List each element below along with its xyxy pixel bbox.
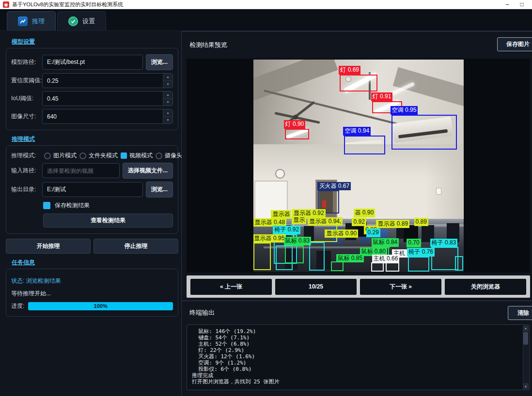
wait-text: 等待推理开始... [11, 289, 173, 298]
select-video-button[interactable]: 选择视频文件... [123, 163, 173, 179]
detection-label: 0.29 [366, 228, 380, 237]
start-inference-button[interactable]: 开始推理 [6, 239, 91, 254]
save-results-checkbox[interactable] [43, 202, 50, 209]
scrollbar-thumb[interactable] [523, 332, 528, 345]
input-path-input[interactable] [42, 163, 120, 178]
terminal-line: 推理完成 [192, 372, 520, 379]
check-icon [68, 16, 78, 26]
detection [386, 262, 399, 272]
inference-mode-group: 推理模式: 图片模式 文件夹模式 [6, 145, 178, 234]
model-browse-button[interactable]: 浏览... [146, 54, 173, 70]
detection-box [253, 243, 271, 270]
detection [331, 261, 344, 271]
radio-icon[interactable] [79, 152, 86, 159]
detection-box [276, 245, 293, 271]
detection-box [455, 256, 463, 271]
scroll-up-icon[interactable]: ▲ [523, 325, 529, 331]
detection-label: 灯 0.69 [339, 66, 360, 75]
stop-inference-button[interactable]: 停止推理 [94, 239, 178, 254]
window-title: 基于YOLOv8的实验室监控的实时目标检测系统 [12, 1, 500, 8]
detection: 灯 0.69 [340, 75, 377, 91]
spin-up-icon[interactable]: ▲ [163, 109, 172, 117]
iou-threshold-spinner[interactable]: 0.45 ▲▼ [42, 91, 173, 106]
detection-preview-canvas: 灯 0.69灯 0.91空调 0.95灯 0.90空调 0.94灭火器 0.67… [187, 59, 530, 273]
tab-settings-label: 设置 [82, 17, 95, 26]
model-settings-group: 模型路径: 浏览... 置信度阈值: 0.25 ▲▼ IoU阈值: 0.45 ▲… [6, 48, 178, 130]
input-path-label: 输入路径: [11, 167, 42, 175]
terminal-scrollbar[interactable]: ▲ ▼ [523, 325, 529, 389]
detection [455, 256, 463, 271]
terminal-line: 主机: 52个 (6.8%) [192, 341, 520, 347]
detection-photo: 灯 0.69灯 0.91空调 0.95灯 0.90空调 0.94灭火器 0.67… [253, 60, 464, 272]
radio-icon[interactable] [121, 152, 127, 159]
tab-inference-label: 推理 [32, 17, 45, 26]
detection-box [331, 261, 344, 271]
scroll-down-icon[interactable]: ▼ [523, 383, 529, 389]
detection-box [391, 115, 457, 150]
clear-terminal-button[interactable]: 清除 [508, 306, 532, 320]
tab-settings[interactable]: 设置 [57, 11, 106, 30]
close-browser-button[interactable]: 关闭浏览器 [445, 279, 526, 295]
radio-icon[interactable] [44, 152, 51, 159]
detection-label: 显示器 0.94, [308, 217, 343, 226]
image-counter[interactable]: 10/25 [275, 279, 357, 295]
image-size-spinner[interactable]: 640 ▲▼ [42, 109, 173, 124]
view-results-button[interactable]: 查看检测结果 [43, 213, 173, 228]
detection-overlay: 灯 0.69灯 0.91空调 0.95灯 0.90空调 0.94灭火器 0.67… [253, 60, 464, 272]
task-info-group: 状态: 浏览检测结果 等待推理开始... 进度: 100% [6, 269, 178, 317]
model-settings-title: 模型设置 [12, 38, 179, 46]
status-text: 状态: 浏览检测结果 [11, 277, 173, 285]
detection-label: 椅子 0.76 [407, 248, 435, 257]
tab-inference[interactable]: 推理 [7, 11, 56, 30]
iou-threshold-label: IoU阈值: [11, 94, 42, 103]
detection-label: 空调 0.95 [391, 106, 418, 115]
spin-down-icon[interactable]: ▼ [163, 117, 172, 123]
output-dir-label: 输出目录: [11, 185, 42, 194]
mode-radio-option[interactable]: 文件夹模式 [79, 152, 118, 160]
terminal-line: 灯: 22个 (2.9%) [192, 347, 520, 353]
mode-radio-option[interactable]: 视频模式 [121, 152, 153, 160]
image-browser-navbar: « 上一张 10/25 下一张 » 关闭浏览器 [187, 275, 530, 298]
terminal-line: 投影仪: 6个 (0.8%) [192, 366, 520, 372]
conf-threshold-spinner[interactable]: 0.25 ▲▼ [42, 73, 173, 88]
detection-label: 器 0.90 [354, 209, 376, 217]
model-path-input[interactable] [42, 55, 143, 70]
terminal-line: 灭火器: 12个 (1.6%) [192, 353, 520, 360]
progress-bar: 100% [28, 302, 173, 310]
app-window: ◉ 基于YOLOv8的实验室监控的实时目标检测系统 – □ 推理 设置 模型设置… [0, 0, 532, 396]
mode-radio-option[interactable]: 图片模式 [44, 152, 77, 160]
task-info-title: 任务信息 [12, 259, 179, 267]
next-image-button[interactable]: 下一张 » [360, 279, 441, 295]
save-results-label: 保存检测结果 [55, 201, 90, 210]
detection-label: 鼠标 0.83 [284, 237, 312, 245]
titlebar: ◉ 基于YOLOv8的实验室监控的实时目标检测系统 – □ [0, 0, 532, 9]
detection-box [371, 262, 384, 272]
terminal-output[interactable]: 鼠标: 146个 (19.2%) 键盘: 54个 (7.1%) 主机: 52个 … [187, 324, 530, 390]
output-browse-button[interactable]: 浏览... [146, 182, 173, 198]
detection: 显示器 0.95 [253, 243, 271, 270]
detection-label: 0.89 [414, 218, 428, 227]
save-image-button[interactable]: 保存图片 [497, 37, 532, 51]
minimize-button[interactable]: – [500, 1, 515, 8]
app-icon: ◉ [3, 1, 9, 8]
detection-label: 0.70 [407, 239, 421, 247]
detection-label: 显示器 0.90 [325, 229, 358, 238]
detection: 空调 0.94 [344, 136, 385, 154]
detection-box [285, 129, 309, 140]
terminal-section: 终端输出 清除 鼠标: 146个 (19.2%) 键盘: 54个 (7.1%) … [182, 301, 532, 396]
output-dir-input[interactable] [42, 182, 143, 197]
radio-icon[interactable] [156, 152, 162, 159]
spin-up-icon[interactable]: ▲ [163, 74, 172, 81]
detection-label: 显示器 0.89 [376, 220, 409, 228]
detection-box [431, 247, 458, 270]
terminal-line: 空调: 9个 (1.2%) [192, 360, 520, 366]
maximize-button[interactable]: □ [515, 1, 529, 8]
detection-label: 0.92 [352, 218, 366, 227]
spin-down-icon[interactable]: ▼ [163, 99, 172, 106]
spin-down-icon[interactable]: ▼ [163, 81, 172, 88]
prev-image-button[interactable]: « 上一张 [190, 279, 272, 295]
detection: 椅子 0.83 [431, 247, 458, 270]
detection-box [344, 136, 385, 154]
detection-label: 鼠标 0.84 [372, 238, 399, 247]
spin-up-icon[interactable]: ▲ [163, 91, 172, 99]
